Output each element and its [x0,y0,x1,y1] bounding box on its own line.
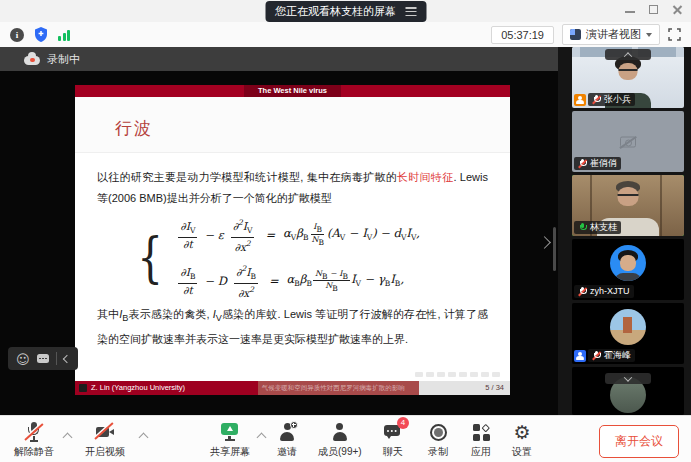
fullscreen-icon[interactable] [668,28,681,41]
view-mode-selector[interactable]: 演讲者视图 [562,24,660,45]
meeting-topbar: 05:37:19 演讲者视图 [0,22,691,47]
participants-sidebar: 张小兵 崔俏俏 林支桂 zyh-XJTU [558,47,691,415]
chevron-down-icon [624,373,632,381]
unmute-button[interactable]: 解除静音 [14,422,54,459]
settings-button[interactable]: 设置 [512,422,532,459]
bottom-toolbar: 解除静音 开启视频 共享屏幕 邀请 成员(99+) 4 聊天 录制 [0,415,691,462]
camera-off-icon [620,136,636,147]
members-button[interactable]: 成员(99+) [318,422,362,459]
participant-name: 霍海峰 [604,350,631,361]
slide-header: 行波 [75,97,510,153]
participant-tile-2[interactable]: 崔俏俏 [572,111,684,172]
apps-grid-icon [473,424,490,441]
meeting-timer: 05:37:19 [491,26,554,44]
share-screen-icon [220,422,240,442]
participant-name: 崔俏俏 [590,158,617,169]
layout-icon [570,29,581,40]
invite-person-icon [278,422,296,442]
chat-button[interactable]: 4 聊天 [383,422,403,459]
camera-off-icon [95,422,116,442]
slide-nav-symbols [415,372,500,377]
record-label: 录制 [428,445,448,459]
slide-paragraph-1: 以往的研究主要是动力学模型和统计模型, 集中在病毒扩散的长时间特征. Lewis… [97,167,488,209]
meeting-info-icon[interactable] [10,28,24,42]
emoji-icon[interactable] [16,350,30,368]
participant-tile-3-speaking[interactable]: 林支桂 [572,175,684,236]
stage-scrollbar[interactable] [553,227,556,271]
leave-meeting-button[interactable]: 离开会议 [599,425,679,458]
slide-top-banner: The West Nile virus [75,85,510,97]
participant-tile-4[interactable]: zyh-XJTU [572,239,684,300]
scroll-down-button[interactable] [605,373,651,384]
recording-label: 录制中 [47,52,80,67]
cloud-record-icon [24,56,40,65]
member-status-badge [574,350,586,362]
equation-row-1: ∂IV∂t − ε ∂2IV∂x2 = αVβB IBNB (AV − IV) … [175,217,420,252]
muted-mic-icon [578,159,587,169]
share-screen-label: 共享屏幕 [210,445,250,459]
participant-tile-1[interactable]: 张小兵 [572,47,684,108]
video-options-chevron[interactable] [139,433,149,443]
settings-label: 设置 [512,445,532,459]
slide-paragraph-2: 其中IB表示感染的禽类, IV感染的库蚊. Lewis 等证明了行波解的存在性,… [97,304,488,350]
chevron-up-icon [624,52,632,60]
invite-label: 邀请 [277,445,297,459]
chat-icon: 4 [383,422,403,442]
slide-author: Z. Lin (Yangzhou University) [91,381,185,395]
active-mic-icon [578,223,587,233]
apps-button[interactable]: 应用 [471,422,491,459]
muted-mic-icon [592,95,601,105]
record-icon [430,424,447,441]
participant-name: 林支桂 [590,222,617,233]
slide-footer-logo [79,384,87,392]
divider [56,352,57,365]
window-titlebar: 您正在观看林支桂的屏幕 [0,0,691,22]
security-shield-icon[interactable] [34,27,48,42]
participant-tile-5[interactable]: 霍海峰 [572,303,684,364]
chat-unread-badge: 4 [397,417,409,429]
pill-menu-icon[interactable] [405,7,416,16]
network-signal-icon[interactable] [58,29,70,41]
apps-label: 应用 [471,445,491,459]
slide-title: 行波 [75,97,510,140]
minimize-button[interactable] [625,11,635,13]
members-label: 成员(99+) [318,445,362,459]
slide-equations: { ∂IV∂t − ε ∂2IV∂x2 = αVβB IBNB (AV − IV… [133,217,488,298]
slide-page-number: 5 / 34 [419,381,510,395]
recording-banner: 录制中 [0,47,558,71]
muted-mic-icon [578,287,587,297]
share-screen-button[interactable]: 共享屏幕 [210,422,250,459]
slide-banner-title: The West Nile virus [244,85,341,97]
equation-row-2: ∂IB∂t − D ∂2IB∂x2 = αBβB NB − IBNB IV − … [175,263,420,298]
chat-label: 聊天 [383,445,403,459]
collapse-left-icon[interactable] [62,354,70,362]
collapse-sidebar-button[interactable] [605,49,651,60]
maximize-button[interactable] [649,5,658,14]
shared-screen-stage: 录制中 The West Nile virus 行波 以往的研究主要是动力学模型… [0,47,558,415]
watching-title: 您正在观看林支桂的屏幕 [275,4,396,19]
member-status-badge [574,94,586,106]
gear-icon [513,422,530,442]
participant-tile-6-partial[interactable] [572,367,684,415]
slide-talk-title: 气候变暖和空间异质性对西尼罗河病毒扩散的影响 [258,381,419,395]
start-video-label: 开启视频 [85,445,125,459]
view-mode-label: 演讲者视图 [586,27,641,42]
participant-name: zyh-XJTU [590,286,630,297]
reaction-bar [8,347,78,370]
share-options-chevron[interactable] [257,433,267,443]
muted-mic-icon [592,351,601,361]
next-page-chevron[interactable] [538,236,551,249]
close-button[interactable] [672,4,683,15]
unmute-label: 解除静音 [14,445,54,459]
chevron-down-icon [646,33,652,37]
invite-button[interactable]: 邀请 [277,422,297,459]
meeting-window: 您正在观看林支桂的屏幕 05:37:19 演讲者视图 [0,0,691,462]
participant-name: 张小兵 [604,94,631,105]
members-icon [331,422,349,442]
mic-options-chevron[interactable] [63,433,73,443]
start-video-button[interactable]: 开启视频 [85,422,125,459]
watching-title-pill[interactable]: 您正在观看林支桂的屏幕 [265,1,426,22]
presentation-slide: The West Nile virus 行波 以往的研究主要是动力学模型和统计模… [75,85,510,395]
chat-bubble-icon[interactable] [37,354,49,363]
record-button[interactable]: 录制 [428,422,448,459]
